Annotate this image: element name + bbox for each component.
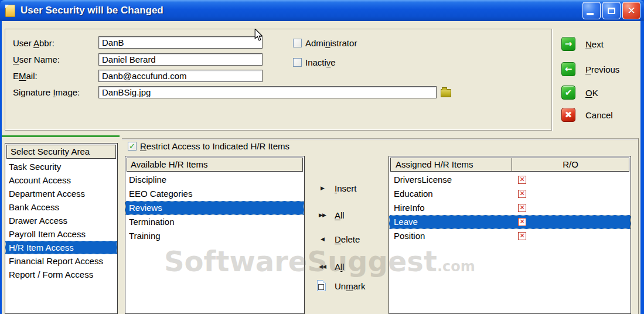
readonly-x-checkbox[interactable]: ✕ [518,204,526,212]
ro-cell: ✕ [511,215,631,229]
list-item-label: Account Access [9,173,71,187]
list-item-label: Discipline [129,173,166,187]
unmark-page-icon [315,280,330,292]
readonly-x-checkbox[interactable]: ✕ [518,218,526,226]
assigned-item[interactable]: DriversLicense✕ [389,173,631,187]
user-abbr-input[interactable] [98,36,263,49]
assigned-items-column-header[interactable]: Assigned H/R Items [390,158,512,172]
window-controls: ✕ [582,2,640,19]
list-item-label: Leave [389,215,511,229]
administrator-label: Administrator [305,39,357,48]
ok-label: OK [585,88,598,98]
minimize-button[interactable] [582,2,601,19]
signature-image-label: Signature Image: [13,87,80,98]
list-item-label: Report / Form Access [9,268,93,281]
security-area-item[interactable]: Bank Access [5,200,117,214]
assigned-item[interactable]: HireInfo✕ [389,201,631,215]
security-area-item[interactable]: Drawer Access [5,214,117,227]
security-area-item[interactable]: Account Access [5,173,117,187]
readonly-x-checkbox[interactable]: ✕ [518,232,526,240]
security-area-item[interactable]: Department Access [5,187,117,200]
list-item-label: Training [129,229,161,243]
list-item-label: H/R Item Access [9,241,74,254]
document-icon [5,5,15,17]
readonly-x-checkbox[interactable]: ✕ [518,176,526,184]
ro-cell: ✕ [511,201,631,215]
security-area-item[interactable]: Payroll Item Access [5,227,117,241]
browse-signature-button[interactable] [441,87,452,97]
ro-cell: ✕ [511,187,631,201]
security-area-item[interactable]: H/R Item Access [5,241,117,254]
insert-label: Insert [335,183,357,193]
signature-image-input[interactable] [98,86,437,98]
inactive-label: Inactive [305,58,336,67]
restrict-access-label: Restrict Access to Indicated H/R Items [140,142,289,151]
unmark-label: Unmark [335,281,366,291]
delete-all-label: All [335,262,345,272]
previous-button[interactable]: ← Previous [561,62,619,76]
unmark-button[interactable]: Unmark [315,279,366,293]
ok-button[interactable]: ✔ OK [561,86,598,100]
next-button[interactable]: → Next [561,37,604,51]
available-item[interactable]: EEO Categories [125,187,304,201]
security-area-item[interactable]: Financial Report Access [5,254,117,268]
close-button[interactable]: ✕ [622,2,640,19]
list-item-label: Bank Access [9,200,59,214]
close-icon: ✕ [627,5,635,16]
list-item-label: Education [389,187,511,201]
available-item[interactable]: Reviews [125,201,304,215]
delete-all-button[interactable]: ◀◀ All [315,260,345,274]
assigned-table-header: Assigned H/R Items R/O [390,158,629,172]
security-area-header: Select Security Area [6,145,116,159]
checkbox-unchecked-icon [293,39,302,47]
arrow-left-icon: ← [561,62,575,76]
title-bar[interactable]: User Security will be Changed ✕ [0,0,644,21]
ro-cell: ✕ [511,173,631,187]
cancel-label: Cancel [585,110,613,120]
email-input[interactable] [98,70,263,82]
list-item-label: Position [389,229,511,243]
list-item-label: Payroll Item Access [9,227,86,241]
delete-label: Delete [335,234,360,244]
ro-column-header[interactable]: R/O [512,158,629,172]
available-item[interactable]: Discipline [125,173,304,187]
available-items-header: Available H/R Items [127,158,303,172]
x-icon: ✖ [561,108,575,122]
administrator-checkbox[interactable]: Administrator [293,39,357,48]
assigned-item[interactable]: Education✕ [389,187,631,201]
delete-button[interactable]: ◀ Delete [315,232,360,246]
user-name-label: User Name: [13,54,60,65]
security-area-list: Select Security Area Task SecurityAccoun… [5,143,118,314]
readonly-x-checkbox[interactable]: ✕ [518,190,526,198]
security-area-item[interactable]: Task Security [5,160,117,173]
list-item-label: EEO Categories [129,187,192,201]
triangle-right-icon: ▶ [315,185,330,191]
check-icon: ✔ [561,86,575,100]
user-abbr-label: User Abbr: [13,38,54,49]
assigned-item[interactable]: Position✕ [389,229,631,243]
assigned-items-table: Assigned H/R Items R/O DriversLicense✕Ed… [389,156,631,314]
insert-button[interactable]: ▶ Insert [315,181,357,195]
list-item-label: Drawer Access [9,214,67,227]
list-item-label: Reviews [129,201,162,215]
previous-label: Previous [585,64,619,74]
available-item[interactable]: Training [125,229,304,243]
user-name-input[interactable] [98,53,263,66]
panel-right-edge [638,138,639,314]
insert-all-button[interactable]: ▶▶ All [315,208,345,222]
cancel-button[interactable]: ✖ Cancel [561,108,613,122]
list-item-label: DriversLicense [389,173,511,187]
list-item-label: HireInfo [389,201,511,215]
assigned-item[interactable]: Leave✕ [389,215,631,229]
minimize-icon [587,13,594,15]
folder-icon [441,89,451,97]
ro-cell: ✕ [511,229,631,243]
next-label: Next [585,39,604,49]
triangle-left-icon: ◀ [315,236,330,242]
inactive-checkbox[interactable]: Inactive [293,58,336,67]
restrict-access-checkbox[interactable]: ✓ Restrict Access to Indicated H/R Items [128,142,289,151]
maximize-button[interactable] [602,2,621,19]
available-item[interactable]: Termination [125,215,304,229]
checkbox-checked-icon: ✓ [128,142,137,151]
security-area-item[interactable]: Report / Form Access [5,268,117,281]
